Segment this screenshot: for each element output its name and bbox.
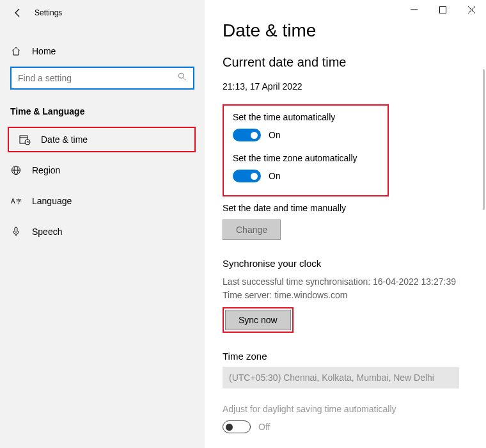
nav-item-label: Date & time bbox=[41, 134, 88, 145]
search-box[interactable] bbox=[10, 67, 194, 90]
svg-rect-12 bbox=[15, 227, 17, 232]
dst-toggle bbox=[223, 420, 251, 433]
nav-item-label: Language bbox=[32, 196, 72, 206]
nav-item-label: Speech bbox=[32, 227, 62, 237]
timezone-value: (UTC+05:30) Chennai, Kolkata, Mumbai, Ne… bbox=[229, 372, 434, 383]
auto-settings-highlight: Set the time automatically On Set the ti… bbox=[223, 104, 389, 196]
tz-title: Time zone bbox=[223, 351, 471, 362]
auto-tz-state: On bbox=[269, 171, 281, 181]
page-title: Date & time bbox=[223, 20, 471, 41]
window-title: Settings bbox=[35, 8, 62, 17]
dst-label: Adjust for daylight saving time automati… bbox=[223, 404, 471, 414]
dst-state: Off bbox=[258, 422, 270, 432]
search-icon bbox=[178, 72, 187, 84]
nav-item-date-time[interactable]: Date & time bbox=[8, 127, 196, 152]
manual-label: Set the date and time manually bbox=[223, 203, 471, 213]
auto-time-toggle[interactable] bbox=[233, 129, 261, 141]
sync-server: Time server: time.windows.com bbox=[223, 289, 471, 302]
timezone-select: (UTC+05:30) Chennai, Kolkata, Mumbai, Ne… bbox=[223, 367, 459, 388]
calendar-clock-icon bbox=[19, 134, 31, 145]
sync-title: Synchronise your clock bbox=[223, 258, 471, 269]
search-input[interactable] bbox=[18, 73, 178, 83]
category-header: Time & Language bbox=[0, 100, 205, 127]
nav-item-region[interactable]: Region bbox=[0, 157, 205, 183]
nav-home-label: Home bbox=[32, 46, 56, 56]
auto-tz-label: Set the time zone automatically bbox=[233, 153, 379, 163]
svg-text:A: A bbox=[11, 198, 15, 205]
language-icon: A字 bbox=[10, 196, 22, 205]
back-button[interactable] bbox=[9, 4, 27, 22]
current-datetime: 21:13, 17 April 2022 bbox=[223, 81, 471, 92]
svg-text:字: 字 bbox=[16, 198, 22, 205]
maximize-button[interactable] bbox=[428, 0, 457, 19]
nav-item-speech[interactable]: Speech bbox=[0, 219, 205, 244]
home-icon bbox=[10, 46, 22, 56]
sync-button-highlight: Sync now bbox=[223, 307, 294, 333]
globe-icon bbox=[10, 165, 22, 175]
auto-time-state: On bbox=[269, 130, 281, 140]
auto-time-label: Set the time automatically bbox=[233, 112, 379, 122]
minimize-button[interactable] bbox=[400, 0, 428, 19]
svg-point-0 bbox=[178, 73, 184, 78]
sync-last: Last successful time synchronisation: 16… bbox=[223, 275, 471, 289]
sync-now-button[interactable]: Sync now bbox=[225, 310, 291, 330]
close-button[interactable] bbox=[457, 0, 486, 19]
scrollbar[interactable] bbox=[483, 69, 485, 210]
nav-item-label: Region bbox=[32, 165, 60, 175]
change-button: Change bbox=[223, 220, 281, 240]
auto-tz-toggle[interactable] bbox=[233, 170, 261, 182]
svg-rect-15 bbox=[440, 6, 446, 13]
nav-home[interactable]: Home bbox=[0, 38, 205, 64]
svg-line-1 bbox=[184, 78, 186, 81]
page-subtitle: Current date and time bbox=[223, 55, 471, 70]
nav-item-language[interactable]: A字 Language bbox=[0, 188, 205, 214]
microphone-icon bbox=[10, 227, 22, 237]
